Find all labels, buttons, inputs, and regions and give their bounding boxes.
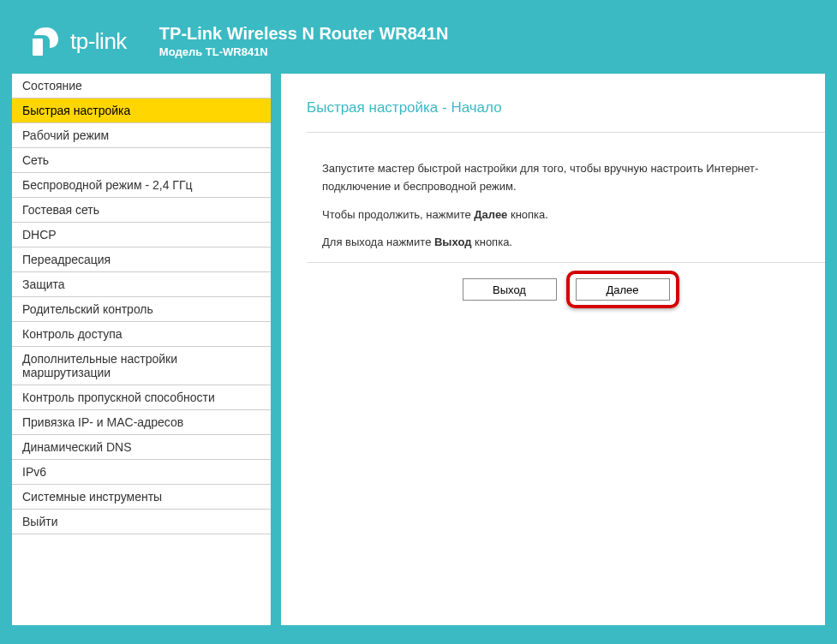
sidebar-item-6[interactable]: DHCP bbox=[12, 223, 271, 247]
sidebar-item-2[interactable]: Рабочий режим bbox=[12, 123, 271, 148]
p2c: кнопка. bbox=[507, 208, 548, 221]
svg-rect-0 bbox=[33, 39, 43, 56]
sidebar-item-5[interactable]: Гостевая сеть bbox=[12, 198, 271, 223]
intro-para-2: Чтобы продолжить, нажмите Далее кнопка. bbox=[322, 206, 825, 224]
exit-button[interactable]: Выход bbox=[463, 278, 557, 301]
intro-para-3: Для выхода нажмите Выход кнопка. bbox=[322, 234, 825, 252]
sidebar-item-4[interactable]: Беспроводной режим - 2,4 ГГц bbox=[12, 173, 271, 198]
page-title: Быстрая настройка - Начало bbox=[307, 99, 825, 133]
next-button[interactable]: Далее bbox=[576, 278, 670, 301]
body-text: Запустите мастер быстрой настройки для т… bbox=[322, 160, 825, 252]
p2a: Чтобы продолжить, нажмите bbox=[322, 208, 474, 221]
header-title: TP-Link Wireless N Router WR841N bbox=[159, 24, 449, 44]
sidebar-item-16[interactable]: Системные инструменты bbox=[12, 485, 271, 510]
sidebar-item-0[interactable]: Состояние bbox=[12, 74, 271, 98]
sidebar: СостояниеБыстрая настройкаРабочий режимС… bbox=[12, 74, 271, 625]
sidebar-item-9[interactable]: Родительский контроль bbox=[12, 297, 271, 322]
p3b: Выход bbox=[434, 236, 471, 248]
header-subtitle: Модель TL-WR841N bbox=[159, 45, 449, 58]
sidebar-item-17[interactable]: Выйти bbox=[12, 510, 271, 534]
divider bbox=[307, 262, 825, 263]
logo: tp-link bbox=[29, 24, 127, 58]
p2b: Далее bbox=[474, 208, 507, 221]
inner-frame: tp-link TP-Link Wireless N Router WR841N… bbox=[12, 12, 825, 632]
sidebar-item-13[interactable]: Привязка IP- и MAC-адресов bbox=[12, 410, 271, 435]
sidebar-item-10[interactable]: Контроль доступа bbox=[12, 322, 271, 347]
layout-gap bbox=[271, 74, 281, 625]
tplink-logo-icon bbox=[29, 24, 63, 58]
sidebar-item-8[interactable]: Защита bbox=[12, 272, 271, 297]
intro-para-1: Запустите мастер быстрой настройки для т… bbox=[322, 160, 825, 196]
button-row: Выход Далее bbox=[307, 278, 825, 301]
sidebar-item-11[interactable]: Дополнительные настройки маршрутизации bbox=[12, 347, 271, 385]
header-title-block: TP-Link Wireless N Router WR841N Модель … bbox=[159, 24, 449, 58]
header: tp-link TP-Link Wireless N Router WR841N… bbox=[12, 12, 825, 74]
sidebar-item-1[interactable]: Быстрая настройка bbox=[12, 98, 271, 123]
p3c: кнопка. bbox=[471, 236, 512, 248]
sidebar-item-12[interactable]: Контроль пропускной способности bbox=[12, 385, 271, 410]
p3a: Для выхода нажмите bbox=[322, 236, 434, 248]
sidebar-item-15[interactable]: IPv6 bbox=[12, 460, 271, 485]
logo-text: tp-link bbox=[70, 28, 127, 55]
sidebar-item-14[interactable]: Динамический DNS bbox=[12, 435, 271, 460]
content-area: СостояниеБыстрая настройкаРабочий режимС… bbox=[12, 74, 825, 625]
main-panel: Быстрая настройка - Начало Запустите мас… bbox=[281, 74, 825, 625]
app-frame: tp-link TP-Link Wireless N Router WR841N… bbox=[0, 0, 837, 644]
next-button-highlight-wrap: Далее bbox=[576, 278, 670, 301]
sidebar-item-3[interactable]: Сеть bbox=[12, 148, 271, 173]
sidebar-item-7[interactable]: Переадресация bbox=[12, 247, 271, 272]
